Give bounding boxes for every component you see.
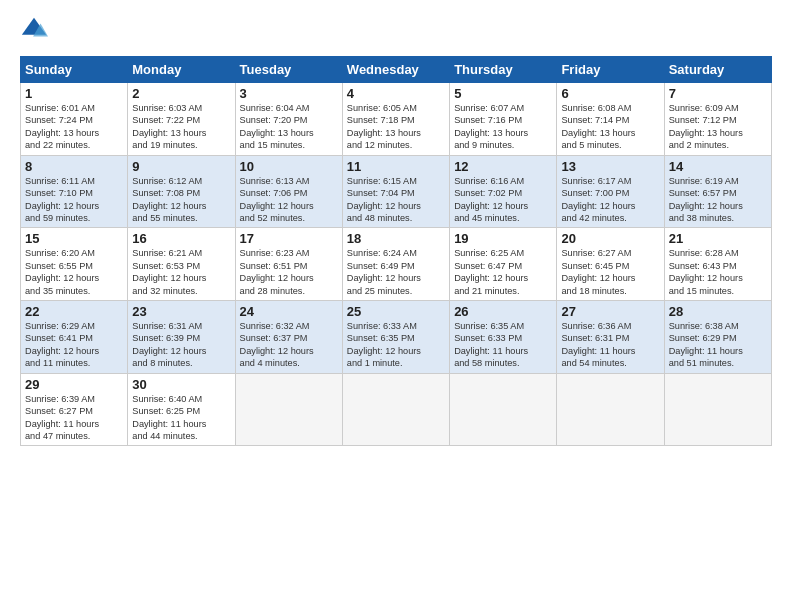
calendar-day-cell: 4Sunrise: 6:05 AMSunset: 7:18 PMDaylight… xyxy=(342,83,449,156)
day-number: 16 xyxy=(132,231,230,246)
calendar-day-cell: 14Sunrise: 6:19 AMSunset: 6:57 PMDayligh… xyxy=(664,155,771,228)
calendar-day-cell: 19Sunrise: 6:25 AMSunset: 6:47 PMDayligh… xyxy=(450,228,557,301)
calendar-week-row: 15Sunrise: 6:20 AMSunset: 6:55 PMDayligh… xyxy=(21,228,772,301)
calendar-day-cell: 7Sunrise: 6:09 AMSunset: 7:12 PMDaylight… xyxy=(664,83,771,156)
calendar-day-cell: 1Sunrise: 6:01 AMSunset: 7:24 PMDaylight… xyxy=(21,83,128,156)
calendar-day-cell: 13Sunrise: 6:17 AMSunset: 7:00 PMDayligh… xyxy=(557,155,664,228)
day-info: Sunrise: 6:11 AMSunset: 7:10 PMDaylight:… xyxy=(25,175,123,225)
calendar-day-cell: 29Sunrise: 6:39 AMSunset: 6:27 PMDayligh… xyxy=(21,373,128,446)
calendar-day-cell: 27Sunrise: 6:36 AMSunset: 6:31 PMDayligh… xyxy=(557,301,664,374)
day-info: Sunrise: 6:38 AMSunset: 6:29 PMDaylight:… xyxy=(669,320,767,370)
day-number: 20 xyxy=(561,231,659,246)
calendar-day-cell: 22Sunrise: 6:29 AMSunset: 6:41 PMDayligh… xyxy=(21,301,128,374)
day-number: 4 xyxy=(347,86,445,101)
day-info: Sunrise: 6:33 AMSunset: 6:35 PMDaylight:… xyxy=(347,320,445,370)
calendar-day-cell: 8Sunrise: 6:11 AMSunset: 7:10 PMDaylight… xyxy=(21,155,128,228)
calendar-day-cell: 3Sunrise: 6:04 AMSunset: 7:20 PMDaylight… xyxy=(235,83,342,156)
day-info: Sunrise: 6:29 AMSunset: 6:41 PMDaylight:… xyxy=(25,320,123,370)
calendar-day-cell: 9Sunrise: 6:12 AMSunset: 7:08 PMDaylight… xyxy=(128,155,235,228)
day-info: Sunrise: 6:35 AMSunset: 6:33 PMDaylight:… xyxy=(454,320,552,370)
day-of-week-header: Monday xyxy=(128,57,235,83)
calendar-day-cell: 16Sunrise: 6:21 AMSunset: 6:53 PMDayligh… xyxy=(128,228,235,301)
day-number: 23 xyxy=(132,304,230,319)
day-number: 27 xyxy=(561,304,659,319)
day-number: 22 xyxy=(25,304,123,319)
day-of-week-header: Wednesday xyxy=(342,57,449,83)
day-info: Sunrise: 6:04 AMSunset: 7:20 PMDaylight:… xyxy=(240,102,338,152)
day-number: 1 xyxy=(25,86,123,101)
calendar-day-cell: 12Sunrise: 6:16 AMSunset: 7:02 PMDayligh… xyxy=(450,155,557,228)
day-number: 8 xyxy=(25,159,123,174)
day-info: Sunrise: 6:19 AMSunset: 6:57 PMDaylight:… xyxy=(669,175,767,225)
calendar-week-row: 29Sunrise: 6:39 AMSunset: 6:27 PMDayligh… xyxy=(21,373,772,446)
day-info: Sunrise: 6:13 AMSunset: 7:06 PMDaylight:… xyxy=(240,175,338,225)
day-info: Sunrise: 6:23 AMSunset: 6:51 PMDaylight:… xyxy=(240,247,338,297)
day-of-week-header: Thursday xyxy=(450,57,557,83)
header xyxy=(20,16,772,44)
calendar-day-cell: 2Sunrise: 6:03 AMSunset: 7:22 PMDaylight… xyxy=(128,83,235,156)
day-info: Sunrise: 6:39 AMSunset: 6:27 PMDaylight:… xyxy=(25,393,123,443)
day-number: 5 xyxy=(454,86,552,101)
day-number: 11 xyxy=(347,159,445,174)
calendar-day-cell: 25Sunrise: 6:33 AMSunset: 6:35 PMDayligh… xyxy=(342,301,449,374)
calendar-week-row: 22Sunrise: 6:29 AMSunset: 6:41 PMDayligh… xyxy=(21,301,772,374)
calendar-week-row: 8Sunrise: 6:11 AMSunset: 7:10 PMDaylight… xyxy=(21,155,772,228)
calendar-day-cell: 20Sunrise: 6:27 AMSunset: 6:45 PMDayligh… xyxy=(557,228,664,301)
calendar-day-cell xyxy=(664,373,771,446)
day-info: Sunrise: 6:21 AMSunset: 6:53 PMDaylight:… xyxy=(132,247,230,297)
day-of-week-header: Tuesday xyxy=(235,57,342,83)
logo xyxy=(20,16,52,44)
calendar-day-cell: 21Sunrise: 6:28 AMSunset: 6:43 PMDayligh… xyxy=(664,228,771,301)
day-info: Sunrise: 6:27 AMSunset: 6:45 PMDaylight:… xyxy=(561,247,659,297)
calendar-header-row: SundayMondayTuesdayWednesdayThursdayFrid… xyxy=(21,57,772,83)
calendar-day-cell: 24Sunrise: 6:32 AMSunset: 6:37 PMDayligh… xyxy=(235,301,342,374)
day-info: Sunrise: 6:24 AMSunset: 6:49 PMDaylight:… xyxy=(347,247,445,297)
day-number: 3 xyxy=(240,86,338,101)
day-info: Sunrise: 6:07 AMSunset: 7:16 PMDaylight:… xyxy=(454,102,552,152)
day-number: 25 xyxy=(347,304,445,319)
day-info: Sunrise: 6:25 AMSunset: 6:47 PMDaylight:… xyxy=(454,247,552,297)
day-number: 17 xyxy=(240,231,338,246)
calendar-day-cell: 17Sunrise: 6:23 AMSunset: 6:51 PMDayligh… xyxy=(235,228,342,301)
day-info: Sunrise: 6:36 AMSunset: 6:31 PMDaylight:… xyxy=(561,320,659,370)
calendar-day-cell: 6Sunrise: 6:08 AMSunset: 7:14 PMDaylight… xyxy=(557,83,664,156)
calendar: SundayMondayTuesdayWednesdayThursdayFrid… xyxy=(20,56,772,446)
day-number: 13 xyxy=(561,159,659,174)
day-number: 26 xyxy=(454,304,552,319)
day-number: 12 xyxy=(454,159,552,174)
day-number: 6 xyxy=(561,86,659,101)
calendar-day-cell: 15Sunrise: 6:20 AMSunset: 6:55 PMDayligh… xyxy=(21,228,128,301)
logo-icon xyxy=(20,16,48,44)
day-number: 10 xyxy=(240,159,338,174)
day-info: Sunrise: 6:31 AMSunset: 6:39 PMDaylight:… xyxy=(132,320,230,370)
day-info: Sunrise: 6:09 AMSunset: 7:12 PMDaylight:… xyxy=(669,102,767,152)
day-of-week-header: Saturday xyxy=(664,57,771,83)
calendar-day-cell: 28Sunrise: 6:38 AMSunset: 6:29 PMDayligh… xyxy=(664,301,771,374)
day-number: 9 xyxy=(132,159,230,174)
day-number: 14 xyxy=(669,159,767,174)
day-number: 21 xyxy=(669,231,767,246)
day-of-week-header: Sunday xyxy=(21,57,128,83)
day-number: 2 xyxy=(132,86,230,101)
day-number: 18 xyxy=(347,231,445,246)
day-number: 30 xyxy=(132,377,230,392)
day-of-week-header: Friday xyxy=(557,57,664,83)
calendar-week-row: 1Sunrise: 6:01 AMSunset: 7:24 PMDaylight… xyxy=(21,83,772,156)
calendar-day-cell: 23Sunrise: 6:31 AMSunset: 6:39 PMDayligh… xyxy=(128,301,235,374)
day-info: Sunrise: 6:15 AMSunset: 7:04 PMDaylight:… xyxy=(347,175,445,225)
calendar-day-cell: 26Sunrise: 6:35 AMSunset: 6:33 PMDayligh… xyxy=(450,301,557,374)
day-info: Sunrise: 6:08 AMSunset: 7:14 PMDaylight:… xyxy=(561,102,659,152)
calendar-day-cell: 10Sunrise: 6:13 AMSunset: 7:06 PMDayligh… xyxy=(235,155,342,228)
day-info: Sunrise: 6:16 AMSunset: 7:02 PMDaylight:… xyxy=(454,175,552,225)
day-info: Sunrise: 6:17 AMSunset: 7:00 PMDaylight:… xyxy=(561,175,659,225)
calendar-day-cell xyxy=(342,373,449,446)
day-number: 28 xyxy=(669,304,767,319)
day-number: 24 xyxy=(240,304,338,319)
day-info: Sunrise: 6:40 AMSunset: 6:25 PMDaylight:… xyxy=(132,393,230,443)
day-number: 15 xyxy=(25,231,123,246)
day-number: 29 xyxy=(25,377,123,392)
day-info: Sunrise: 6:12 AMSunset: 7:08 PMDaylight:… xyxy=(132,175,230,225)
calendar-day-cell: 11Sunrise: 6:15 AMSunset: 7:04 PMDayligh… xyxy=(342,155,449,228)
day-info: Sunrise: 6:28 AMSunset: 6:43 PMDaylight:… xyxy=(669,247,767,297)
page: SundayMondayTuesdayWednesdayThursdayFrid… xyxy=(0,0,792,456)
